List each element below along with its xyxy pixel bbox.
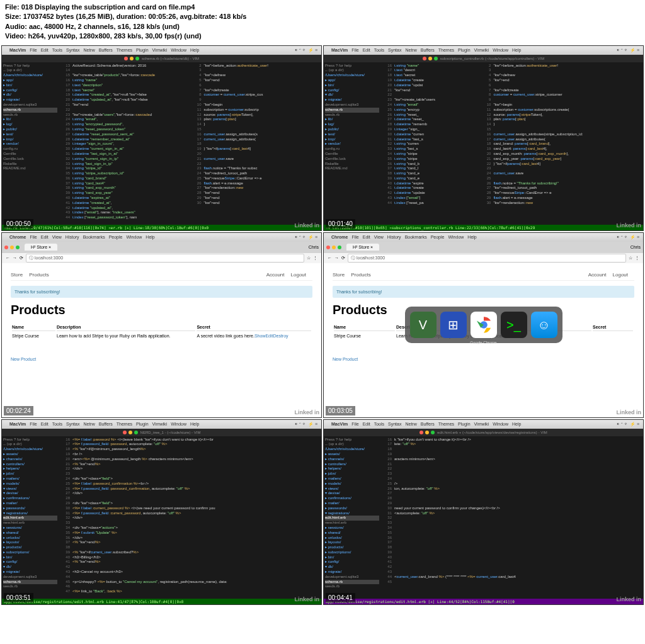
code-line[interactable]: 28 t.datetime "rememb bbox=[382, 122, 478, 127]
code-line[interactable]: 20 <em><%= @minimum_password_length %> c… bbox=[60, 457, 320, 462]
code-line[interactable]: 47<%= link_to "Back", :back %> bbox=[60, 589, 320, 594]
code-line[interactable]: 22 ) "kw">if params[:card_last4] bbox=[481, 162, 642, 167]
code-line[interactable]: 39<% "kw">if current_user.subscribed? %> bbox=[60, 550, 320, 555]
menu-item[interactable]: Plugin bbox=[136, 422, 148, 426]
dock-iterm-icon[interactable]: >_ bbox=[501, 312, 527, 338]
menu-item[interactable]: Vimwiki bbox=[474, 48, 489, 52]
code-line[interactable]: 22 bbox=[382, 93, 478, 98]
menu-item[interactable]: File bbox=[30, 422, 37, 426]
code-line[interactable]: 23 flash.notice = "Thanks for subsc bbox=[191, 166, 321, 171]
tree-item[interactable]: ▸ bin/ bbox=[325, 83, 379, 88]
tree-item[interactable]: ▸ vendor/ bbox=[325, 142, 379, 147]
tree-item[interactable]: ▸ lib/ bbox=[3, 117, 57, 122]
tree-item[interactable]: schema.rb bbox=[3, 108, 57, 113]
tree-item[interactable]: config.ru bbox=[3, 147, 57, 152]
code-line[interactable]: 30need your current password to confirm … bbox=[382, 506, 642, 511]
tree-item[interactable]: Gemfile bbox=[3, 152, 57, 157]
tree-item[interactable]: ▸ shared/ bbox=[3, 531, 57, 536]
tree-item[interactable]: ▸ test/ bbox=[3, 132, 57, 137]
tree-item[interactable]: ▸ bin/ bbox=[3, 83, 57, 88]
code-line[interactable]: 14 bbox=[60, 68, 189, 73]
code-line[interactable]: 18 t.text "secret bbox=[382, 73, 478, 78]
code-line[interactable]: 23 bbox=[382, 472, 642, 477]
code-line[interactable]: 32 </div> bbox=[60, 516, 320, 521]
code-line[interactable]: 40 bbox=[382, 555, 642, 560]
tree-item[interactable]: ▸ app/ bbox=[325, 78, 379, 83]
new-product-link[interactable]: New Product bbox=[11, 357, 36, 361]
tree-item[interactable]: ▸ mailer/ bbox=[325, 501, 379, 506]
reload-button[interactable]: ⟳ bbox=[20, 256, 23, 261]
tree-item[interactable]: ▾ views/ bbox=[3, 487, 57, 492]
code-line[interactable]: 32 t.string "current_sign_in_ip" bbox=[60, 157, 189, 162]
code-line[interactable]: 22 </div> bbox=[60, 466, 320, 472]
tree-item[interactable]: schema.rb bbox=[325, 580, 379, 585]
code-line[interactable]: 41<% "kw">end %> bbox=[60, 560, 320, 565]
menu-item[interactable]: Bookmarks bbox=[83, 235, 105, 239]
code-line[interactable]: 10 "kw">begin bbox=[481, 103, 642, 108]
menu-item[interactable]: Tools bbox=[52, 48, 62, 52]
code-line[interactable]: 17 t.text "descri bbox=[382, 68, 478, 73]
code-line[interactable]: 28 "kw">end bbox=[191, 191, 321, 196]
code-line[interactable]: 20 card_exp_month: params[:card_exp_mont… bbox=[481, 152, 642, 157]
code-line[interactable]: 29 <div "kw">class="field"> bbox=[60, 501, 320, 506]
nerdtree-sidebar[interactable]: Press ? for help ‥ (up a dir) /Users/chr… bbox=[324, 436, 380, 596]
code-line[interactable]: 25 t.string "encrypted_password", bbox=[60, 122, 189, 127]
browser-tab[interactable]: H² Store × bbox=[25, 244, 57, 251]
code-line[interactable]: 21 <% "kw">end %> bbox=[60, 462, 320, 467]
code-line[interactable]: 23 "kw">create_table "users", "kw">force… bbox=[60, 113, 189, 118]
profile-name[interactable]: Chris bbox=[309, 245, 319, 249]
code-line[interactable]: 14 ) bbox=[191, 122, 321, 127]
code-line[interactable]: 45 bbox=[382, 580, 642, 585]
traffic-lights[interactable] bbox=[124, 57, 139, 60]
tree-item[interactable]: ▾ db/ bbox=[325, 565, 379, 570]
code-line[interactable]: 11 subscription = customer.subscrip bbox=[191, 108, 321, 113]
tree-item[interactable]: ▸ config/ bbox=[325, 560, 379, 565]
tree-item[interactable]: ▸ models/ bbox=[3, 482, 57, 487]
code-line[interactable]: 27 "kw">render action: :new bbox=[191, 186, 321, 191]
code-line[interactable]: 42 bbox=[60, 565, 320, 570]
code-line[interactable]: 38 bbox=[60, 545, 320, 550]
tree-root[interactable]: /Users/chris/code/store/ bbox=[3, 447, 57, 452]
code-line[interactable]: 3 bbox=[191, 68, 321, 73]
code-line[interactable]: 15 bbox=[191, 127, 321, 132]
back-button[interactable]: ← bbox=[6, 256, 10, 260]
menu-item[interactable]: Help bbox=[512, 422, 521, 426]
code-line[interactable]: 2 "kw">before_action :authenticate_user! bbox=[191, 64, 321, 69]
code-line[interactable]: 29 t.integer "sign_in_count", bbox=[60, 142, 189, 147]
menu-item[interactable]: Window bbox=[493, 48, 508, 52]
tree-item[interactable]: ▸ subscriptions/ bbox=[325, 550, 379, 555]
code-line[interactable]: 2 "kw">before_action :authenticate_user! bbox=[481, 64, 642, 69]
tree-item[interactable]: ▸ products/ bbox=[3, 545, 57, 550]
tree-item[interactable]: ▸ mailers/ bbox=[325, 477, 379, 482]
browser-tab[interactable]: H² Store × bbox=[346, 244, 379, 251]
dock-finder-icon[interactable]: ☺ bbox=[531, 312, 557, 338]
code-line[interactable]: 17 current_user.assign_attributes( bbox=[481, 137, 642, 142]
nav-products[interactable]: Products bbox=[351, 272, 371, 278]
code-line[interactable]: 43 t.index ["email"] bbox=[382, 196, 478, 201]
code-line[interactable]: 16k "kw">if you don't want to change it)… bbox=[382, 438, 642, 443]
tree-updir[interactable]: ‥ (up a dir) bbox=[325, 442, 379, 447]
tree-item[interactable]: ▸ bin/ bbox=[325, 555, 379, 560]
code-line[interactable]: 19 t.datetime "create bbox=[382, 78, 478, 83]
menu-item[interactable]: People bbox=[431, 235, 445, 239]
code-line[interactable]: 16 <%= f.label :password %> <i>(leave bl… bbox=[60, 438, 320, 443]
code-line[interactable]: 18 <% "kw">if @minimum_password_length %… bbox=[60, 447, 320, 452]
tree-root[interactable]: /Users/chris/code/store/ bbox=[325, 73, 379, 78]
traffic-lights[interactable] bbox=[326, 246, 341, 249]
code-line[interactable]: 17 <%= f.password_field :password, autoc… bbox=[60, 442, 320, 447]
code-line[interactable]: 28 bbox=[382, 496, 642, 501]
forward-button[interactable]: → bbox=[13, 256, 17, 260]
tree-item[interactable]: ▾ registrations/ bbox=[3, 511, 57, 516]
tree-item[interactable]: ▸ vendor/ bbox=[3, 142, 57, 147]
code-line[interactable]: 43 t.index ["email"], name: "index_users… bbox=[60, 210, 189, 215]
tree-item[interactable]: development.sqlite3 bbox=[325, 575, 379, 580]
code-line[interactable]: 42 bbox=[382, 565, 642, 570]
app-name[interactable]: Chrome bbox=[9, 235, 26, 239]
chrome-tabstrip[interactable]: H² Store × Chris bbox=[324, 242, 643, 253]
code-pane-right[interactable]: 2 "kw">before_action :authenticate_user!… bbox=[479, 62, 643, 222]
code-line[interactable]: 40 <h3>Billing</h3> bbox=[60, 555, 320, 560]
vim-editor[interactable]: Press ? for help ‥ (up a dir) /Users/chr… bbox=[324, 62, 643, 222]
code-line[interactable]: 25/> bbox=[382, 482, 642, 487]
code-line[interactable]: 38 t.string "card_exp_month" bbox=[60, 186, 189, 191]
menu-item[interactable]: Edit bbox=[41, 235, 49, 239]
